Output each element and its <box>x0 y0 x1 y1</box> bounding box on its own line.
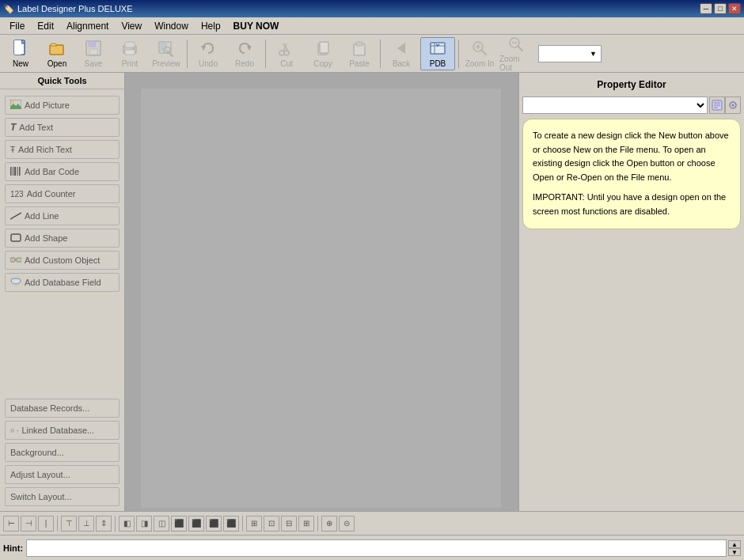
property-icon-btn-1[interactable] <box>709 96 725 114</box>
bottom-btn-16[interactable]: ⊟ <box>281 516 297 532</box>
svg-rect-5 <box>89 41 96 47</box>
menu-edit[interactable]: Edit <box>31 19 60 33</box>
preview-icon <box>157 39 176 58</box>
menu-buy-now[interactable]: BUY NOW <box>227 19 286 33</box>
open-button[interactable]: Open <box>40 37 74 70</box>
bottom-btn-9[interactable]: ◫ <box>154 516 169 532</box>
add-custom-object-button[interactable]: Add Custom Object <box>5 251 120 270</box>
new-button[interactable]: New <box>3 37 38 70</box>
add-counter-icon: 123 <box>10 190 24 199</box>
add-text-icon: T <box>10 122 16 133</box>
add-picture-button[interactable]: Add Picture <box>5 96 120 115</box>
zoom-dropdown[interactable]: ▼ <box>538 45 602 62</box>
undo-button[interactable]: Undo <box>191 37 226 70</box>
bottom-btn-2[interactable]: ⊣ <box>21 516 36 532</box>
adjust-layout-button[interactable]: Adjust Layout... <box>5 465 120 484</box>
restore-button[interactable]: □ <box>714 3 727 14</box>
property-select[interactable] <box>522 96 708 114</box>
menu-alignment[interactable]: Alignment <box>60 19 115 33</box>
svg-rect-42 <box>19 167 21 176</box>
copy-button[interactable]: Copy <box>306 37 340 70</box>
menu-bar: File Edit Alignment View Window Help BUY… <box>0 17 744 35</box>
open-icon <box>47 39 66 58</box>
bottom-btn-18[interactable]: ⊕ <box>321 516 337 532</box>
svg-line-34 <box>518 46 522 51</box>
hint-bar: Hint: ▲ ▼ <box>0 535 744 560</box>
separator-4 <box>458 40 459 68</box>
bottom-btn-7[interactable]: ◧ <box>119 516 135 532</box>
add-database-field-button[interactable]: Add Database Field <box>5 273 120 292</box>
svg-rect-26 <box>431 43 445 54</box>
add-counter-label: Add Counter <box>27 189 76 199</box>
zoom-input[interactable] <box>542 49 590 59</box>
hint-input[interactable] <box>26 539 727 557</box>
print-button[interactable]: Print <box>112 37 147 70</box>
svg-marker-15 <box>201 46 206 51</box>
bottom-btn-6[interactable]: ⇕ <box>96 516 112 532</box>
switch-layout-button[interactable]: Switch Layout... <box>5 487 120 506</box>
hint-scroll: ▲ ▼ <box>728 540 741 556</box>
adjust-layout-label: Adjust Layout... <box>10 470 70 479</box>
bottom-sep-1 <box>57 516 58 532</box>
background-button[interactable]: Background... <box>5 443 120 462</box>
minimize-button[interactable]: ─ <box>700 3 712 14</box>
bottom-btn-1[interactable]: ⊢ <box>3 516 19 532</box>
paste-button[interactable]: Paste <box>342 37 377 70</box>
svg-marker-16 <box>247 46 252 51</box>
info-text-1: To create a new design click the New but… <box>533 129 731 184</box>
bottom-btn-3[interactable]: | <box>38 516 54 532</box>
add-shape-icon <box>10 233 21 244</box>
linked-database-button[interactable]: ○ · Linked Database... <box>5 421 120 440</box>
back-button[interactable]: Back <box>384 37 419 70</box>
redo-button[interactable]: Redo <box>227 37 262 70</box>
redo-label: Redo <box>235 59 254 68</box>
save-button[interactable]: Save <box>76 37 111 70</box>
preview-button[interactable]: Preview <box>149 37 184 70</box>
add-line-button[interactable]: Add Line <box>5 206 120 225</box>
new-icon <box>11 39 30 58</box>
pdb-button[interactable]: PDB <box>420 37 455 70</box>
cut-button[interactable]: Cut <box>269 37 304 70</box>
bottom-btn-17[interactable]: ⊞ <box>298 516 314 532</box>
bottom-btn-19[interactable]: ⊝ <box>339 516 355 532</box>
menu-view[interactable]: View <box>115 19 148 33</box>
property-icons <box>709 96 741 114</box>
hint-scroll-down[interactable]: ▼ <box>728 548 741 556</box>
bottom-btn-4[interactable]: ⊤ <box>61 516 77 532</box>
bottom-sep-3 <box>242 516 243 532</box>
add-text-button[interactable]: T Add Text <box>5 118 120 137</box>
back-icon <box>392 39 411 58</box>
add-rich-text-button[interactable]: Ŧ Add Rich Text <box>5 140 120 159</box>
bottom-btn-14[interactable]: ⊞ <box>246 516 262 532</box>
zoom-in-button[interactable]: Zoom In <box>462 37 497 70</box>
app-icon: 🏷️ <box>3 4 14 14</box>
svg-line-43 <box>10 213 21 219</box>
bottom-btn-5[interactable]: ⊥ <box>78 516 94 532</box>
zoom-dropdown-arrow[interactable]: ▼ <box>590 50 597 58</box>
add-line-label: Add Line <box>25 211 59 221</box>
undo-label: Undo <box>199 59 218 68</box>
linked-db-icon: ○ · <box>10 426 18 434</box>
bottom-btn-11[interactable]: ⬛ <box>188 516 204 532</box>
add-counter-button[interactable]: 123 Add Counter <box>5 184 120 203</box>
bottom-btn-8[interactable]: ◨ <box>136 516 152 532</box>
hint-scroll-up[interactable]: ▲ <box>728 540 741 548</box>
bottom-btn-12[interactable]: ⬛ <box>206 516 222 532</box>
menu-help[interactable]: Help <box>195 19 227 33</box>
menu-file[interactable]: File <box>3 19 31 33</box>
add-bar-code-button[interactable]: Add Bar Code <box>5 162 120 181</box>
bottom-btn-15[interactable]: ⊡ <box>264 516 279 532</box>
bottom-btn-13[interactable]: ⬛ <box>223 516 239 532</box>
add-shape-button[interactable]: Add Shape <box>5 229 120 248</box>
save-label: Save <box>85 59 103 68</box>
svg-rect-24 <box>356 42 363 46</box>
bottom-btn-10[interactable]: ⬛ <box>171 516 187 532</box>
zoom-out-button[interactable]: Zoom Out <box>499 37 533 70</box>
close-button[interactable]: ✕ <box>728 3 741 14</box>
add-bar-code-label: Add Bar Code <box>25 167 79 176</box>
menu-window[interactable]: Window <box>148 19 195 33</box>
bottom-sep-2 <box>115 516 116 532</box>
add-bar-code-icon <box>10 167 21 177</box>
database-records-button[interactable]: Database Records... <box>5 399 120 418</box>
property-icon-btn-2[interactable] <box>725 96 741 114</box>
